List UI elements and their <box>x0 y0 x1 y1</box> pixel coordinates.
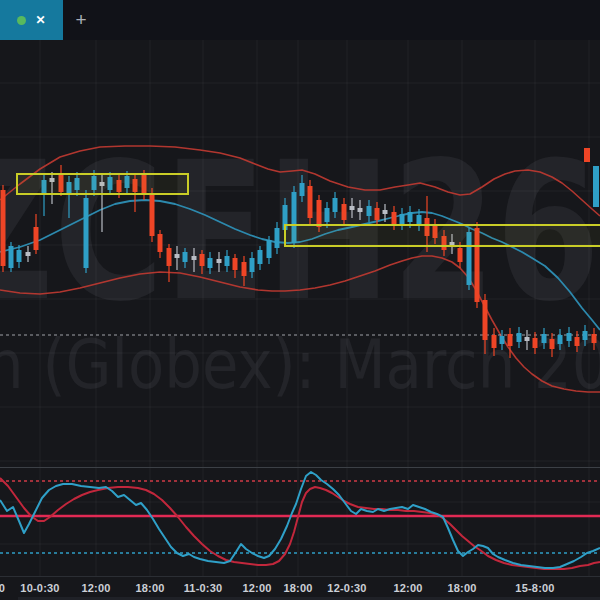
candle[interactable] <box>558 335 563 344</box>
candle[interactable] <box>175 254 180 258</box>
drawing-rectangle[interactable] <box>285 225 600 246</box>
candle[interactable] <box>542 334 547 343</box>
candle[interactable] <box>458 248 463 262</box>
trading-chart-window: ZCEH26Corn (Globex): March 2026 010-0:30… <box>0 0 600 600</box>
candle[interactable] <box>150 193 155 236</box>
candle[interactable] <box>550 339 555 349</box>
candle[interactable] <box>167 248 172 266</box>
candle[interactable] <box>383 210 388 214</box>
candle[interactable] <box>158 234 163 252</box>
candle[interactable] <box>26 252 31 256</box>
candle[interactable] <box>183 252 188 262</box>
candle[interactable] <box>508 334 513 346</box>
tab-status-dot-icon <box>17 16 26 25</box>
candle[interactable] <box>408 212 413 222</box>
tab-chart[interactable]: ✕ <box>0 0 63 40</box>
new-tab-button[interactable]: + <box>63 0 99 40</box>
candle[interactable] <box>17 250 22 262</box>
candle-edge-fragment <box>593 166 599 207</box>
candle[interactable] <box>317 200 322 227</box>
candle[interactable] <box>567 333 572 341</box>
candle[interactable] <box>250 258 255 272</box>
candle[interactable] <box>192 256 197 260</box>
candle[interactable] <box>267 240 272 258</box>
candle[interactable] <box>258 250 263 264</box>
candle[interactable] <box>375 208 380 220</box>
candle[interactable] <box>34 227 39 250</box>
candle[interactable] <box>367 206 372 216</box>
candle[interactable] <box>500 336 505 344</box>
candle[interactable] <box>342 204 347 220</box>
candle[interactable] <box>300 183 305 196</box>
candle[interactable] <box>217 259 222 263</box>
tab-bar: ✕ + <box>0 0 600 40</box>
candle[interactable] <box>233 258 238 270</box>
candle[interactable] <box>525 337 530 341</box>
candle[interactable] <box>492 335 497 348</box>
chart-canvas[interactable]: ZCEH26Corn (Globex): March 2026 <box>0 0 600 600</box>
candle[interactable] <box>392 212 397 224</box>
candle[interactable] <box>350 206 355 210</box>
candle[interactable] <box>242 262 247 276</box>
candle[interactable] <box>275 228 280 248</box>
candle[interactable] <box>208 258 213 268</box>
candle[interactable] <box>483 300 488 340</box>
candle[interactable] <box>592 334 597 343</box>
candle[interactable] <box>583 331 588 340</box>
candle[interactable] <box>9 246 14 268</box>
tab-close-icon[interactable]: ✕ <box>35 14 45 26</box>
candle[interactable] <box>84 198 89 268</box>
drawing-rectangle[interactable] <box>17 174 188 194</box>
candle-edge-fragment <box>584 148 590 162</box>
candle[interactable] <box>1 190 6 266</box>
candle[interactable] <box>417 215 422 225</box>
candle[interactable] <box>575 337 580 346</box>
candle[interactable] <box>333 198 338 212</box>
candle[interactable] <box>358 208 363 212</box>
candle[interactable] <box>308 186 313 218</box>
candle[interactable] <box>533 338 538 348</box>
candle[interactable] <box>517 333 522 342</box>
candle[interactable] <box>400 214 405 224</box>
candle[interactable] <box>225 256 230 266</box>
candle[interactable] <box>325 208 330 222</box>
candle[interactable] <box>200 254 205 266</box>
